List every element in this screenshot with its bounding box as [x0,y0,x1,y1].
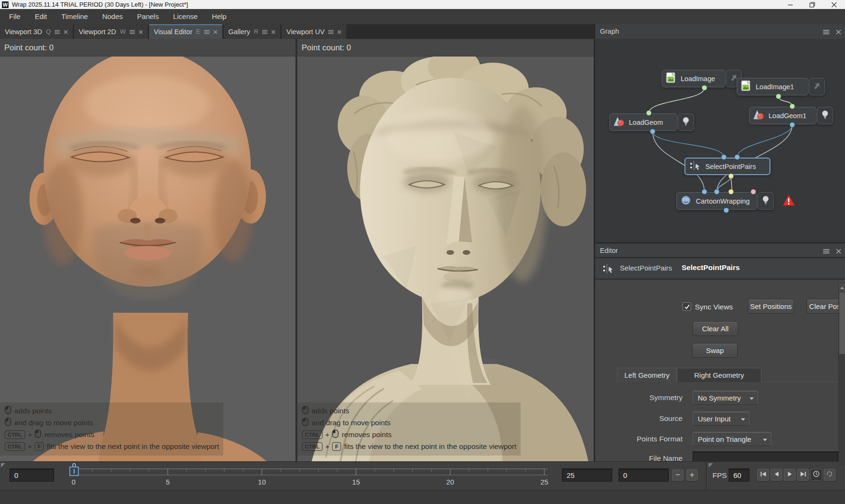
node-pin-button-loadimage1[interactable] [809,78,825,95]
graph-menu-icon[interactable] [823,28,829,36]
tab-viewport-3d[interactable]: Viewport 3DQ [0,24,73,39]
chevron-down-icon [750,393,754,402]
dropdown-symmetry[interactable]: No Symmetry [693,391,758,405]
key-badge: CTRL [302,430,323,439]
tab-shortcut: W [120,28,126,35]
menu-item-help[interactable]: Help [205,9,234,24]
scrollbar-thumb[interactable] [839,292,845,354]
node-warning-icon[interactable] [782,194,795,208]
timeline-playhead-handle[interactable] [69,467,79,476]
field-label-symmetry: Symmetry [602,393,683,402]
help-text: and drag to move points [312,419,390,427]
timeline-tick-label: 20 [441,478,460,486]
tab-menu-icon[interactable] [328,28,333,36]
dropdown-points-format[interactable]: Point on Triangle [693,432,771,446]
pin-icon [813,82,821,92]
field-label-source: Source [602,414,683,423]
graph-node-selectpointpairs[interactable]: SelectPointPairs [684,158,770,175]
tab-gallery[interactable]: GalleryR [224,24,280,39]
graph-edge [737,125,792,157]
loop-button[interactable] [824,469,836,481]
menu-item-nodes[interactable]: Nodes [95,9,130,24]
tab-menu-icon[interactable] [130,28,135,36]
tab-menu-icon[interactable] [55,28,60,36]
graph-node-loadgeom[interactable]: LoadGeom [609,113,677,131]
sync-views-checkbox[interactable] [683,302,691,311]
node-visibility-bulb-button-cartoonwrapping[interactable] [758,192,774,210]
menu-item-file[interactable]: File [2,9,28,24]
field-label-points-format: Points Format [602,435,683,443]
help-line: CTRL+removes points [302,429,521,440]
graph-node-loadgeom1[interactable]: LoadGeom1 [749,107,817,124]
editor-scrollbar[interactable] [838,284,845,465]
tab-right-geometry[interactable]: Right Geometry [677,368,761,382]
window-title: Wrap 2025.11.14 TRIAL PERIOD (30 Days Le… [12,1,188,8]
help-text: fits the view to the next point in the o… [47,442,219,451]
help-line: adds points [302,405,521,417]
graph-node-loadimage1[interactable]: LoadImage1 [737,78,808,95]
close-window-button[interactable] [823,0,845,9]
node-label: LoadGeom1 [769,112,807,120]
first-frame-button[interactable] [757,469,769,481]
help-text: removes points [44,430,94,439]
geom-node-icon [613,116,625,129]
menu-item-edit[interactable]: Edit [28,9,54,24]
previous-frame-button[interactable] [770,469,782,481]
tab-close-icon[interactable] [337,28,342,36]
editor-panel-title: Editor [600,247,618,254]
tab-visual-editor[interactable]: Visual EditorE [149,24,222,39]
range-end-input[interactable] [562,468,612,482]
image-node-icon [665,72,676,85]
play-button[interactable] [784,469,796,481]
help-text: fits the view to the next point in the o… [344,442,516,451]
graph-node-cartoonwrapping[interactable]: CartoonWrapping [676,192,757,210]
tab-close-icon[interactable] [139,28,143,36]
clear-all-button[interactable]: Clear All [693,321,738,336]
editor-panel-header: Editor [595,243,845,257]
current-frame-input[interactable] [618,468,669,482]
spp-node-icon [689,159,701,174]
tab-viewport-2d[interactable]: Viewport 2DW [74,24,148,39]
minimize-button[interactable] [779,0,801,9]
tab-viewport-uv[interactable]: Viewport UV [282,24,346,39]
timeline-tick-label: 0 [64,478,83,486]
menu-item-license[interactable]: License [166,9,205,24]
timeline-tick-label: 15 [347,478,366,486]
node-visibility-bulb-button-loadgeom1[interactable] [817,107,833,124]
node-visibility-bulb-button-loadgeom[interactable] [678,113,694,131]
frame-increment-button[interactable]: + [686,469,698,481]
tab-left-geometry[interactable]: Left Geometry [617,368,677,382]
viewport-left-3d[interactable]: Point count: 0 adds pointsand drag to mo… [0,39,295,465]
menu-item-panels[interactable]: Panels [130,9,166,24]
tab-close-icon[interactable] [64,28,68,36]
scrollbar-up-icon[interactable] [839,284,845,291]
tab-close-icon[interactable] [271,28,275,36]
fps-section-resize-handle[interactable] [709,463,713,467]
fps-input[interactable] [729,468,750,482]
tab-close-icon[interactable] [213,28,218,36]
editor-close-icon[interactable] [836,248,841,255]
title-bar: W Wrap 2025.11.14 TRIAL PERIOD (30 Days … [0,0,845,9]
frame-display-input[interactable] [9,468,54,482]
last-frame-button[interactable] [797,469,809,481]
swap-button[interactable]: Swap [692,343,738,358]
dropdown-source[interactable]: User Input [693,411,750,426]
restore-button[interactable] [801,0,823,9]
frame-decrement-button[interactable]: − [672,469,684,481]
node-label: LoadImage [681,75,715,83]
key-badge: CTRL [5,442,25,451]
node-graph-canvas[interactable]: LoadImageLoadImage1LoadGeomLoadGeom1Sele… [595,39,845,243]
realtime-clock-button[interactable] [810,469,822,481]
timeline-resize-handle[interactable] [1,463,5,467]
graph-node-loadimage[interactable]: LoadImage [662,70,725,87]
tab-menu-icon[interactable] [204,28,209,36]
timeline-ruler[interactable] [66,467,551,479]
editor-menu-icon[interactable] [823,248,829,255]
graph-close-icon[interactable] [836,28,841,36]
timeline-tick-label: 5 [158,478,177,486]
viewport-right-3d[interactable]: Point count: 0 adds pointsand drag to mo… [297,39,595,465]
set-positions-button[interactable]: Set Positions [748,299,794,314]
point-count-right: Point count: 0 [297,39,595,56]
tab-menu-icon[interactable] [262,28,267,36]
menu-item-timeline[interactable]: Timeline [54,9,95,24]
